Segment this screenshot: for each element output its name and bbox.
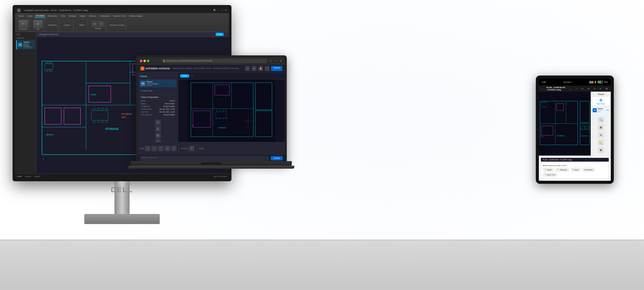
mobile-back-button[interactable]: ← (541, 87, 544, 91)
web-nav-draw[interactable]: ✏ (155, 120, 161, 125)
add-layout-button[interactable]: + (44, 175, 45, 177)
orbit-button[interactable]: ○ (265, 66, 270, 71)
web-workspace: Traces JD Trace1 Jenny Douglas Jan 08 + (138, 72, 285, 142)
rectangle-tool[interactable]: □ (145, 146, 150, 151)
web-check-icon: ✓ (191, 75, 193, 77)
browser-settings-icon[interactable]: ⚙ (279, 59, 283, 63)
autodesk-logo-icon: A (140, 66, 144, 70)
ai-quicktrim-button[interactable]: ✂ Quick Trim (543, 173, 557, 177)
ribbon-tab-addins[interactable]: Add-ins (88, 14, 97, 18)
web-nav-layers[interactable]: ≡ (155, 126, 161, 132)
mobile-measure-action[interactable]: 📐 (598, 139, 604, 146)
mobile-grid-action[interactable]: ⊞ (598, 124, 604, 130)
ai-annotate-button[interactable]: A Annotate (582, 168, 595, 172)
ribbon-tab-insert[interactable]: Insert (26, 14, 34, 18)
check-icon[interactable]: ✓ (225, 33, 227, 35)
select-icon: ↖ (545, 169, 546, 171)
mobile-search-action[interactable]: 🔍 (598, 117, 604, 123)
mobile-zoom-action[interactable]: ⊕ (598, 147, 604, 153)
web-trace-item[interactable]: JD Trace1 Jenny Douglas Jan 08 (139, 80, 176, 87)
scene: A Autodesk AutoCAD 2022 - PLAN - 12345 B… (0, 0, 644, 290)
browser-forward-button[interactable]: → (156, 59, 159, 63)
arc-tool[interactable]: ⌒ (158, 146, 164, 151)
revision-cloud-button[interactable]: ↺ (98, 21, 104, 27)
signal-icon: ▐▐▐ (589, 81, 593, 83)
desktop-sidebar: Start TRACES JD Trace1 Jenny Douglas Jan… (15, 32, 36, 174)
layout2-tab[interactable]: Layout2 (34, 175, 41, 177)
mobile-share[interactable]: ↗ (592, 86, 597, 91)
browser-maximize-dot[interactable] (147, 60, 149, 62)
search-icon[interactable]: 🔍 (213, 9, 216, 12)
browser-back-button[interactable]: ← (151, 59, 154, 63)
ribbon-tab-annotate[interactable]: Annotate (34, 14, 46, 18)
browser-close-dot[interactable] (140, 60, 142, 62)
close-button[interactable]: ✕ (225, 9, 227, 12)
ribbon-group-text: A Text (32, 19, 44, 32)
wipeout-button[interactable]: W (92, 21, 98, 27)
prop-last-save-label: Last save (141, 111, 148, 113)
ai-action-buttons: ↖ Select 📏 Measure ✏ Draw (543, 168, 607, 177)
measure-icon: 📏 (557, 169, 559, 171)
model-tab[interactable]: Model (17, 175, 22, 177)
polyline-tool[interactable]: ↗ (165, 146, 170, 151)
minimize-button[interactable]: − (218, 9, 219, 12)
ai-select-button[interactable]: ↖ Select (543, 168, 554, 172)
trace-info: Trace1 Jenny Douglas Jan 09, 2025 (23, 41, 34, 48)
browser-share-icon[interactable]: ↗ (274, 59, 278, 63)
desktop-trace-item[interactable]: JD Trace1 Jenny Douglas Jan 09, 2025 (16, 40, 35, 49)
browser-minimize-dot[interactable] (143, 60, 146, 62)
ribbon-tab-view[interactable]: View (59, 14, 67, 18)
ribbon-tab-output[interactable]: Output (78, 14, 87, 18)
circle-tool[interactable]: ○ (151, 146, 157, 151)
mobile-nav-right[interactable]: → (574, 86, 579, 91)
mobile-redo[interactable]: ↪ (586, 86, 591, 91)
annotate-icon: A (584, 169, 585, 171)
web-command-input[interactable]: Type a command (140, 156, 269, 161)
pan-button[interactable]: ✋ (258, 66, 263, 71)
more-options-button[interactable]: ••• (606, 109, 609, 112)
web-floor-plan[interactable]: STORAGE W (178, 80, 285, 142)
traces-section-title: TRACES (16, 36, 36, 40)
battery-icon (598, 81, 603, 83)
mobile-nav-left[interactable]: ← (568, 86, 573, 91)
web-nav-blocks[interactable]: ⊞ (155, 133, 161, 138)
annotation-scaling-label: Annotation Scaling (110, 24, 124, 26)
share-button[interactable]: SHARE (271, 66, 282, 71)
ribbon-tab-parametric[interactable]: Parametric (46, 14, 59, 18)
ribbon-tab-collaborate[interactable]: Collaborate (98, 14, 111, 18)
mobile-drawing-area[interactable]: STORAGE W E E RECEPTION (539, 92, 591, 156)
layout1-tab[interactable]: Layout1 (25, 175, 31, 177)
nav-button[interactable]: ↕ (245, 66, 250, 71)
maximize-button[interactable]: □ (222, 9, 223, 12)
web-new-trace-button[interactable]: + New Trace (139, 88, 176, 93)
dimension-button[interactable]: ⊢ (19, 20, 28, 28)
ai-measure-button[interactable]: 📏 Measure (555, 168, 569, 172)
ribbon-tab-manage[interactable]: Manage (67, 14, 77, 18)
ai-draw-button[interactable]: ✏ Draw (570, 168, 581, 172)
mobile-floor-plan[interactable]: STORAGE W E E RECEPTION (539, 92, 591, 156)
ribbon-tab-featuredapps[interactable]: Featured Apps (128, 14, 144, 18)
autocad-web-app: ← → 🔒 web.autocad.com/autocad/me/drawing… (138, 57, 285, 162)
browser-url-bar[interactable]: 🔒 web.autocad.com/autocad/me/drawings/86… (161, 59, 268, 63)
mobile-layers[interactable]: ≡ (598, 86, 603, 91)
prop-name-value: Trace1 (169, 100, 175, 102)
text-tool[interactable]: T (189, 146, 194, 151)
ribbon-tab-expresstools[interactable]: Express Tools (112, 14, 127, 18)
line-tool[interactable]: / (171, 146, 177, 151)
mobile-trace-item[interactable]: JD Trace1 Jan 08 2021 ••• (592, 107, 610, 113)
mobile-settings[interactable]: ⚙ (604, 86, 609, 91)
mobile-undo[interactable]: ↩ (580, 86, 585, 91)
web-drawing-viewport[interactable]: Trace ✓ (178, 72, 285, 142)
mobile-new-trace-button[interactable]: ⊕ New Trace (592, 96, 610, 106)
draw-icon: ✏ (573, 169, 574, 171)
mobile-trace-name: Trace1 (597, 108, 606, 110)
mobile-command-input[interactable]: Type a command Enter (541, 179, 609, 184)
web-nav-xref[interactable]: ⊕ (155, 139, 161, 142)
text-button[interactable]: A (33, 20, 43, 28)
prop-last-saved-row: Last saved by Jenny Douglas (141, 113, 175, 116)
ribbon-tab-home[interactable]: Home (17, 14, 25, 18)
browser-refresh-button[interactable]: ↻ (269, 59, 273, 63)
web-share-button[interactable]: SHARE (271, 156, 283, 160)
zoom-button[interactable]: ⊕ (252, 66, 257, 71)
mobile-layers-action[interactable]: ≡ (598, 132, 604, 138)
